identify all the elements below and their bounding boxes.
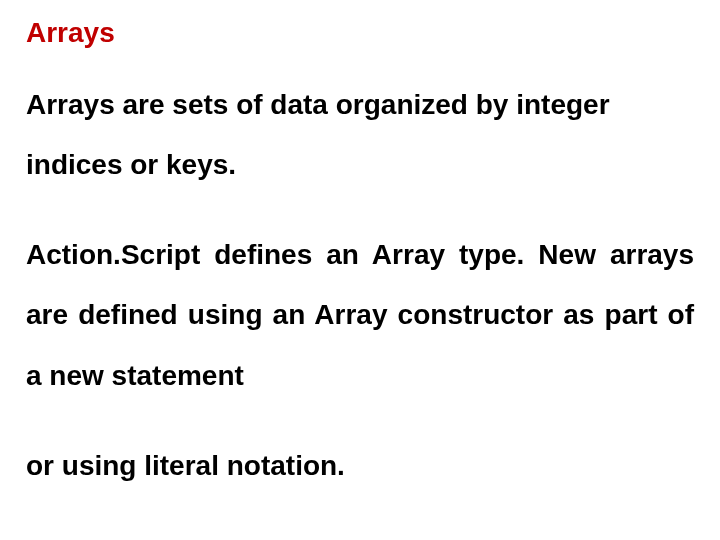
slide-title: Arrays [26,18,694,49]
closing-paragraph: or using literal notation. [26,436,694,496]
definition-paragraph: Action.Script defines an Array type. New… [26,225,694,406]
slide: Arrays Arrays are sets of data organized… [0,0,720,540]
intro-paragraph: Arrays are sets of data organized by int… [26,75,694,195]
